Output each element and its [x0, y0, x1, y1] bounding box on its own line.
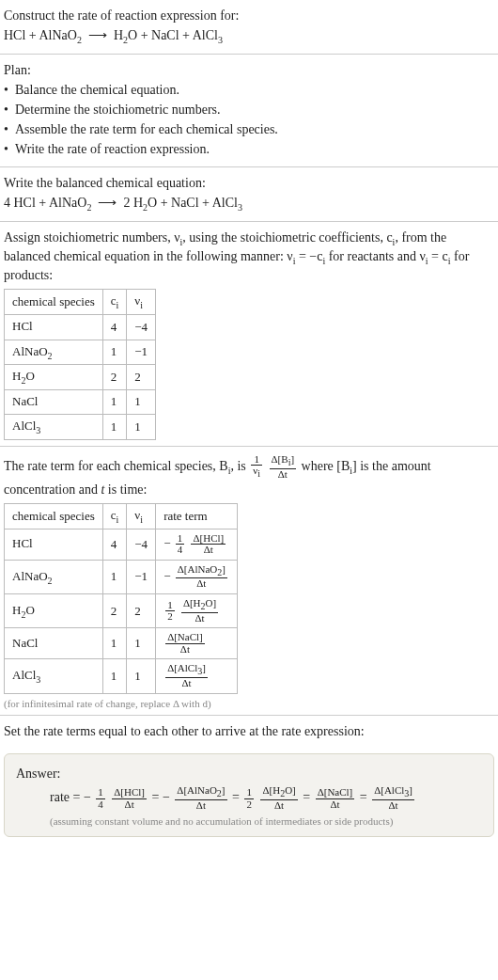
fraction-num: 1 [244, 787, 254, 799]
balanced-lhs: 4 HCl + AlNaO [4, 196, 86, 210]
plan-item-text: Write the rate of reaction expression. [15, 141, 210, 159]
table-row: HCl 4 −4 [5, 314, 156, 340]
rateterm-text: , is [230, 459, 249, 473]
stoich-intro: Assign stoichiometric numbers, νi, using… [4, 229, 494, 285]
stoich-text: Assign stoichiometric numbers, ν [4, 230, 180, 245]
final-text: Set the rate terms equal to each other t… [4, 723, 494, 741]
species-text: HCl [12, 319, 33, 333]
species-text: O [25, 369, 34, 383]
stoich-table: chemical species ci νi HCl 4 −4 AlNaO2 1… [4, 289, 156, 440]
plan-item: •Assemble the rate term for each chemica… [4, 121, 494, 139]
col-species: chemical species [5, 504, 103, 530]
cell-v: −1 [127, 340, 156, 365]
fraction-den: 2 [165, 611, 175, 623]
table-header-row: chemical species ci νi [5, 290, 156, 315]
cell-c: 1 [102, 659, 127, 693]
fraction-num-text: O] [285, 784, 296, 796]
cell-c: 2 [102, 594, 127, 628]
cell-c: 1 [102, 340, 127, 365]
cell-species: H2O [5, 594, 103, 628]
bullet-icon: • [4, 121, 15, 139]
answer-box: Answer: rate = − 14 Δ[HCl]Δt = − Δ[AlNaO… [4, 753, 494, 836]
species-text: AlCl [12, 419, 36, 433]
answer-expression: rate = − 14 Δ[HCl]Δt = − Δ[AlNaO2]Δt = 1… [50, 785, 482, 811]
fraction: 14 [96, 787, 105, 810]
fraction-den: Δt [191, 545, 226, 556]
table-row: NaCl 1 1 Δ[NaCl]Δt [5, 628, 238, 659]
fraction: Δ[AlCl3]Δt [372, 785, 414, 811]
fraction: Δ[AlNaO2]Δt [175, 785, 226, 811]
plan-item: •Determine the stoichiometric numbers. [4, 102, 494, 119]
fraction-num: Δ[NaCl] [165, 632, 205, 644]
fraction: 12 [244, 787, 254, 810]
cell-c: 1 [102, 389, 127, 415]
fraction-num: Δ[Bi] [270, 454, 297, 469]
table-row: H2O 2 2 [5, 365, 156, 390]
arrow-icon: ⟶ [98, 196, 117, 210]
fraction: Δ[Bi] Δt [270, 454, 297, 480]
cell-c: 4 [102, 529, 127, 560]
fraction: Δ[HCl]Δt [112, 787, 147, 810]
table-row: AlNaO2 1 −1 − Δ[AlNaO2]Δt [5, 560, 238, 593]
balanced-rhs-a: 2 H [123, 196, 143, 210]
negative-sign: − [163, 536, 170, 550]
species-text: NaCl [12, 394, 38, 408]
cell-v: −4 [127, 529, 156, 560]
table-row: NaCl 1 1 [5, 389, 156, 415]
cell-rate: − Δ[AlNaO2]Δt [156, 560, 238, 593]
negative-sign: − [163, 790, 170, 804]
cell-rate: Δ[NaCl]Δt [156, 628, 238, 659]
rateterm-text: The rate term for each chemical species,… [4, 459, 228, 473]
equals-sign: = [232, 790, 242, 804]
arrow-icon: ⟶ [88, 28, 107, 42]
plan-item-text: Balance the chemical equation. [15, 82, 179, 100]
fraction: Δ[AlNaO2]Δt [176, 564, 227, 590]
cell-rate: Δ[AlCl3]Δt [156, 659, 238, 693]
fraction-num-text: Δ[AlCl [374, 784, 404, 796]
fraction-den: Δt [372, 800, 414, 812]
fraction-num-text: ] [222, 563, 226, 575]
species-text: H [12, 603, 21, 617]
cell-species: HCl [5, 314, 103, 340]
fraction-den: Δt [165, 678, 208, 689]
col-c: ci [102, 504, 127, 530]
fraction: Δ[HCl]Δt [191, 533, 226, 556]
answer-title: Answer: [16, 766, 482, 783]
fraction-num: Δ[AlCl3] [372, 785, 414, 800]
cell-species: AlCl3 [5, 415, 103, 440]
equals-sign: = [360, 790, 370, 804]
species-text: HCl [12, 536, 33, 550]
cell-c: 4 [102, 314, 127, 340]
fraction-den: Δt [316, 799, 355, 811]
cell-v: 1 [127, 659, 156, 693]
fraction-num-text: Δ[H [262, 784, 280, 796]
cell-c: 1 [102, 628, 127, 659]
fraction-den: 4 [176, 545, 185, 556]
cell-v: −4 [127, 314, 156, 340]
stoich-section: Assign stoichiometric numbers, νi, using… [0, 222, 498, 446]
stoich-text: = −c [295, 249, 322, 263]
fraction-num: Δ[H2O] [181, 598, 218, 613]
fraction: 1 νi [251, 454, 262, 480]
balanced-title: Write the balanced chemical equation: [4, 175, 494, 193]
fraction-num: Δ[H2O] [260, 785, 297, 800]
species-text: NaCl [12, 636, 38, 650]
fraction-num-text: ] [222, 784, 226, 796]
cell-rate: 12 Δ[H2O]Δt [156, 594, 238, 628]
prompt-rhs-b-sub: 3 [218, 35, 223, 45]
fraction: Δ[NaCl]Δt [165, 632, 205, 655]
subscript: i [117, 514, 119, 525]
rateterm-intro: The rate term for each chemical species,… [4, 454, 494, 499]
cell-species: HCl [5, 529, 103, 560]
table-footnote: (for infinitesimal rate of change, repla… [4, 698, 494, 709]
rateterm-table: chemical species ci νi rate term HCl 4 −… [4, 503, 238, 693]
prompt-lhs-sub: 2 [77, 35, 82, 45]
species-text: AlNaO [12, 344, 48, 358]
col-v: νi [127, 504, 156, 530]
plan-item: •Write the rate of reaction expression. [4, 141, 494, 159]
plan-item: •Balance the chemical equation. [4, 82, 494, 100]
plan-section: Plan: •Balance the chemical equation. •D… [0, 55, 498, 166]
fraction-num-text: O] [206, 597, 217, 609]
fraction: Δ[AlCl3]Δt [165, 663, 208, 688]
table-header-row: chemical species ci νi rate term [5, 504, 238, 530]
